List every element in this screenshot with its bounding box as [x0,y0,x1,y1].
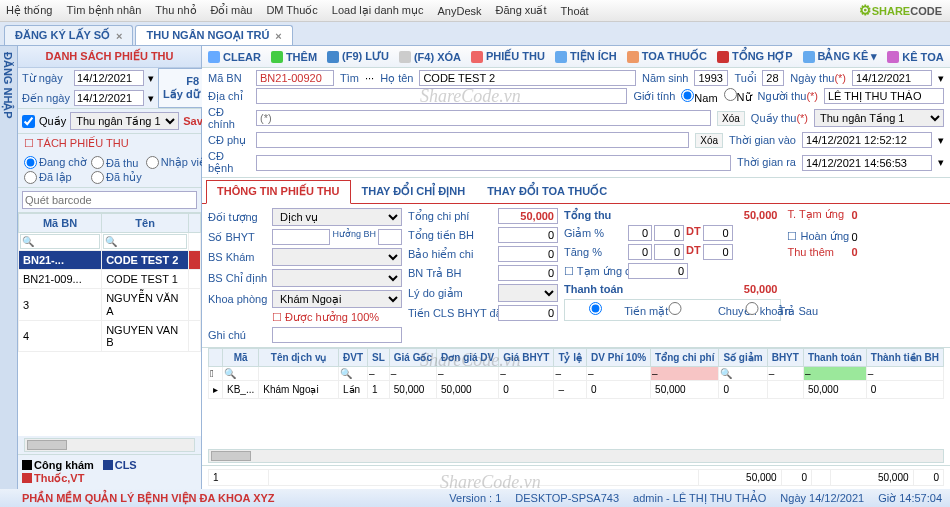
menu-item[interactable]: Hệ thống [6,4,52,17]
gcol[interactable]: SL [368,349,390,367]
tang-pct[interactable] [628,244,652,260]
patient-row[interactable]: BN21-...CODE TEST 2 [19,251,201,270]
menu-item[interactable]: Thoát [561,5,589,17]
menu-item[interactable]: Tìm bệnh nhân [66,4,141,17]
gcol[interactable]: Tổng chi phí [651,349,719,367]
col-mabn[interactable]: Mã BN [19,214,102,233]
radio-nu[interactable]: Nữ [724,88,752,104]
pay-later[interactable]: Trả Sau [726,302,779,318]
radio-paid[interactable]: Đã thu [91,156,142,169]
add-button[interactable]: THÊM [271,50,317,63]
tgra-input[interactable] [802,155,932,171]
filter-ten[interactable] [103,234,187,249]
khoa-select[interactable]: Khám Ngoại [272,290,402,308]
gcol[interactable]: Giá BHYT [499,349,554,367]
close-icon[interactable]: × [116,30,122,42]
namsinh-input[interactable] [694,70,728,86]
cdbenh-input[interactable] [256,155,731,171]
ngaythu-input[interactable] [852,70,932,86]
prescribe-button[interactable]: KÊ TOA [887,50,943,63]
subtab-info[interactable]: THÔNG TIN PHIẾU THU [206,180,351,204]
filter-mabn[interactable] [20,234,100,249]
cdphu-input[interactable] [256,132,689,148]
pay-cash[interactable]: Tiền mặt [567,302,624,318]
bscd-select[interactable] [272,269,402,287]
utility-button[interactable]: TIỆN ÍCH [555,50,617,63]
calendar-icon[interactable]: ▾ [938,134,944,147]
gcol[interactable]: Tên dịch vụ [259,349,339,367]
receipt-button[interactable]: PHIẾU THU [471,50,545,63]
radio-created[interactable]: Đã lập [24,171,87,184]
cdchinh-input[interactable] [256,110,711,126]
col-ten[interactable]: Tên [102,214,189,233]
gcol[interactable]: Thanh toán [803,349,866,367]
grid-row[interactable]: ▸KB_...Khám NgoạiLần 150,00050,0000 –050… [209,381,944,399]
tab-register[interactable]: ĐĂNG KÝ LẤY SỐ× [4,25,133,45]
patient-row[interactable]: BN21-009...CODE TEST 1 [19,270,201,289]
tuoi-input[interactable] [762,70,784,86]
menu-item[interactable]: AnyDesk [437,5,481,17]
xoa-button[interactable]: Xóa [717,111,745,126]
lydo-select[interactable] [498,284,558,302]
close-icon[interactable]: × [275,30,281,42]
menu-item[interactable]: Đổi màu [211,4,253,17]
menu-item[interactable]: DM Thuốc [266,4,317,17]
gcol[interactable]: Số giảm [719,349,767,367]
summary-button[interactable]: TỔNG HỢP [717,50,793,63]
nguoithu-input[interactable] [824,88,944,104]
calendar-icon[interactable]: ▾ [938,72,944,85]
calendar-icon[interactable]: ▾ [148,92,154,105]
list-button[interactable]: BẢNG KÊ▾ [803,50,878,63]
xoa-button[interactable]: Xóa [695,133,723,148]
gcol[interactable]: Đơn giá DV [437,349,499,367]
gcol[interactable]: ĐVT [339,349,368,367]
gcol[interactable]: Mã [223,349,259,367]
split-receipt-link[interactable]: ☐ TÁCH PHIẾU THU [18,134,201,153]
huong100-check[interactable]: ☐ Được hưởng 100% [272,311,402,324]
gcol[interactable]: Tỷ lệ [554,349,587,367]
dt-val[interactable] [703,225,733,241]
doituong-select[interactable]: Dịch vụ [272,208,402,226]
menu-item[interactable]: Load lại danh mục [332,4,424,17]
huongbh-input[interactable] [378,229,402,245]
counter-select[interactable]: Thu ngân Tầng 1 [70,112,179,130]
giam-val[interactable] [654,225,684,241]
radio-waiting[interactable]: Đang chờ [24,156,87,169]
patient-row[interactable]: 3NGUYỄN VĂN A [19,289,201,321]
gcol[interactable]: DV Phí 10% [587,349,651,367]
barcode-input[interactable] [22,191,197,209]
pay-transfer[interactable]: Chuyển khoản [632,302,718,318]
radio-cancelled[interactable]: Đã hủy [91,171,142,184]
tamung-label[interactable]: ☐ Tạm ứng còn [564,265,624,278]
delete-f4-button[interactable]: (F4) XÓA [399,50,461,63]
menu-item[interactable]: Thu nhỏ [155,4,196,17]
sidebar-tab-login[interactable]: ĐĂNG NHẬP [0,46,18,489]
more-icon[interactable]: ··· [365,72,374,84]
save-f9-button[interactable]: (F9) LƯU [327,50,389,63]
gcol[interactable]: BHYT [767,349,803,367]
to-date-input[interactable] [74,90,144,106]
tab-cashier[interactable]: THU NGÂN NGOẠI TRÚ× [135,25,292,45]
gcol[interactable]: Giá Gốc [389,349,436,367]
h-scrollbar[interactable] [24,438,195,452]
bskham-select[interactable] [272,248,402,266]
tang-val[interactable] [654,244,684,260]
ghichu-input[interactable] [272,327,402,343]
tgvao-input[interactable] [802,132,932,148]
find-link[interactable]: Tìm [340,72,359,84]
clear-button[interactable]: CLEAR [208,50,261,63]
hoten-input[interactable] [419,70,636,86]
gcol[interactable]: Thành tiền BH [866,349,943,367]
prescription-button[interactable]: TOA THUỐC [627,50,707,63]
dt2-val[interactable] [703,244,733,260]
calendar-icon[interactable]: ▾ [148,72,154,85]
grid-h-scrollbar[interactable] [208,449,944,463]
counter-checkbox[interactable] [22,115,35,128]
from-date-input[interactable] [74,70,144,86]
sobhyt-input[interactable] [272,229,330,245]
quaythu-select[interactable]: Thu ngân Tầng 1 [814,109,944,127]
hoanung-label[interactable]: ☐ Hoàn ứng [787,230,847,243]
subtab-change-order[interactable]: THAY ĐỔI CHỈ ĐỊNH [351,180,477,203]
diachi-input[interactable] [256,88,627,104]
calendar-icon[interactable]: ▾ [938,156,944,169]
